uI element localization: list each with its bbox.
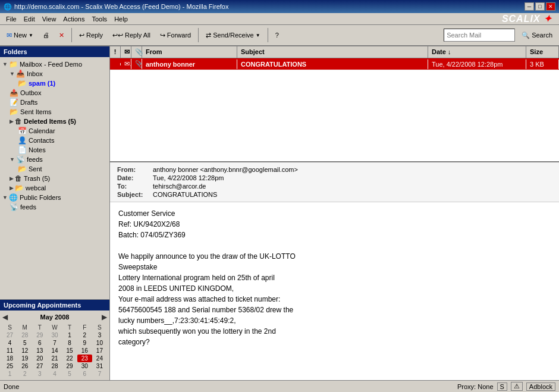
menu-view[interactable]: View [39, 14, 60, 24]
cal-day-6b[interactable]: 6 [77, 370, 92, 378]
s-badge[interactable]: S [497, 382, 507, 391]
cal-day-25[interactable]: 25 [2, 362, 17, 370]
folder-inbox[interactable]: ▼ 📥 Inbox [1, 69, 108, 79]
search-button[interactable]: 🔍 Search [517, 29, 557, 42]
cal-day-18[interactable]: 18 [2, 355, 17, 362]
cal-day-29[interactable]: 29 [32, 331, 47, 339]
email-row[interactable]: ✉ 📎 anthony bonner CONGRATULATIONS Tue, … [110, 58, 559, 70]
body-line-7: Lottery International program held on 25… [118, 272, 551, 283]
folder-drafts[interactable]: 📝 Drafts [1, 98, 108, 107]
col-header-date[interactable]: Date ↓ [428, 46, 526, 58]
cal-day-2b[interactable]: 2 [17, 370, 32, 378]
cal-day-wed: W [47, 324, 62, 331]
cal-day-28[interactable]: 28 [17, 331, 32, 339]
folder-outbox[interactable]: 📤 Outbox [1, 88, 108, 98]
folder-contacts[interactable]: 👤 Contacts [1, 136, 108, 145]
cal-day-7[interactable]: 7 [47, 339, 62, 347]
folder-public-feeds[interactable]: 📡 feeds [1, 202, 108, 212]
calendar-next-button[interactable]: ▶ [102, 313, 107, 321]
menu-edit[interactable]: Edit [20, 14, 39, 24]
cal-day-13[interactable]: 13 [32, 347, 47, 355]
menu-file[interactable]: File [2, 14, 20, 24]
folder-trash[interactable]: ▶ 🗑 Trash (5) [1, 174, 108, 183]
col-header-attach[interactable]: 📎 [131, 46, 142, 58]
close-button[interactable]: ✕ [546, 2, 555, 11]
body-line-4 [118, 240, 551, 251]
cal-day-27[interactable]: 27 [2, 331, 17, 339]
cal-day-6[interactable]: 6 [32, 339, 47, 347]
cal-day-2[interactable]: 2 [77, 331, 92, 339]
cal-day-12[interactable]: 12 [17, 347, 32, 355]
cal-day-3b[interactable]: 3 [32, 370, 47, 378]
cal-day-31[interactable]: 31 [92, 362, 107, 370]
col-header-envelope[interactable]: ✉ [121, 46, 131, 58]
help-icon-button[interactable]: ? [271, 27, 283, 43]
folder-feeds[interactable]: ▼ 📡 feeds [1, 155, 108, 164]
cal-day-23-today[interactable]: 23 [77, 355, 92, 362]
cal-day-10[interactable]: 10 [92, 339, 107, 347]
maximize-button[interactable]: □ [535, 2, 545, 11]
cal-day-9[interactable]: 9 [77, 339, 92, 347]
cal-day-1[interactable]: 1 [62, 331, 77, 339]
delete-button[interactable]: ✕ [55, 27, 68, 43]
folders-header: Folders [0, 46, 109, 57]
col-header-flag[interactable]: ! [110, 46, 121, 58]
cal-day-thu: T [62, 324, 77, 331]
col-header-from[interactable]: From [142, 46, 237, 58]
menu-tools[interactable]: Tools [88, 14, 111, 24]
calendar-prev-button[interactable]: ◀ [2, 313, 8, 321]
cal-day-26[interactable]: 26 [17, 362, 32, 370]
search-input[interactable] [444, 29, 515, 42]
cal-day-5b[interactable]: 5 [62, 370, 77, 378]
folder-deleted-items[interactable]: ▶ 🗑 Deleted Items (5) [1, 117, 108, 126]
folder-public[interactable]: ▼ 🌐 Public Folders [1, 193, 108, 202]
cal-day-3[interactable]: 3 [92, 331, 107, 339]
folder-webcal[interactable]: ▶ 📂 webcal [1, 183, 108, 193]
folder-notes[interactable]: 📄 Notes [1, 145, 108, 155]
minimize-button[interactable]: ─ [525, 2, 534, 11]
cal-day-17[interactable]: 17 [92, 347, 107, 355]
cal-day-19[interactable]: 19 [17, 355, 32, 362]
cal-day-16[interactable]: 16 [77, 347, 92, 355]
deleted-items-label: Deleted Items (5) [24, 118, 76, 125]
cal-day-5[interactable]: 5 [17, 339, 32, 347]
cal-day-4[interactable]: 4 [2, 339, 17, 347]
menu-help[interactable]: Help [111, 14, 131, 24]
folder-mailbox[interactable]: ▼ 📁 Mailbox - Feed Demo [1, 59, 108, 69]
cal-day-28b[interactable]: 28 [47, 362, 62, 370]
cal-day-22[interactable]: 22 [62, 355, 77, 362]
body-line-8: 2008 in LEEDS UNITED KINGDOM, [118, 283, 551, 294]
cal-day-14[interactable]: 14 [47, 347, 62, 355]
cal-day-30[interactable]: 30 [47, 331, 62, 339]
reply-all-button[interactable]: ↩↩ Reply All [108, 27, 155, 43]
cal-day-11[interactable]: 11 [2, 347, 17, 355]
cal-day-4b[interactable]: 4 [47, 370, 62, 378]
cal-day-24[interactable]: 24 [92, 355, 107, 362]
cal-day-29b[interactable]: 29 [62, 362, 77, 370]
send-receive-button[interactable]: ⇄ Send/Receive ▼ [202, 27, 264, 43]
folder-sent-sub[interactable]: 📂 Sent [1, 164, 108, 174]
new-button[interactable]: ✉ New ▼ [2, 27, 37, 43]
col-header-size[interactable]: Size [526, 46, 559, 58]
print-button[interactable]: 🖨 [39, 27, 54, 43]
cal-day-27b[interactable]: 27 [32, 362, 47, 370]
folder-calendar[interactable]: 📅 Calendar [1, 126, 108, 136]
folder-spam[interactable]: 📂 spam (1) [1, 79, 108, 88]
title-bar-controls[interactable]: ─ □ ✕ [525, 2, 555, 11]
separator-2 [198, 28, 199, 42]
email-attach-icon: 📎 [135, 60, 142, 67]
col-header-subject[interactable]: Subject [237, 46, 428, 58]
folder-sent-items[interactable]: 📂 Sent Items [1, 107, 108, 117]
cal-day-7b[interactable]: 7 [92, 370, 107, 378]
forward-button[interactable]: ↪ Forward [156, 27, 195, 43]
cal-day-8[interactable]: 8 [62, 339, 77, 347]
adblock-badge[interactable]: Adblock [526, 382, 555, 391]
cal-day-20[interactable]: 20 [32, 355, 47, 362]
cal-day-21[interactable]: 21 [47, 355, 62, 362]
menu-actions[interactable]: Actions [59, 14, 88, 24]
reply-button[interactable]: ↩ Reply [75, 27, 107, 43]
cal-day-30b[interactable]: 30 [77, 362, 92, 370]
cal-day-1b[interactable]: 1 [2, 370, 17, 378]
email-cell-subject: CONGRATULATIONS [237, 59, 428, 69]
cal-day-15[interactable]: 15 [62, 347, 77, 355]
